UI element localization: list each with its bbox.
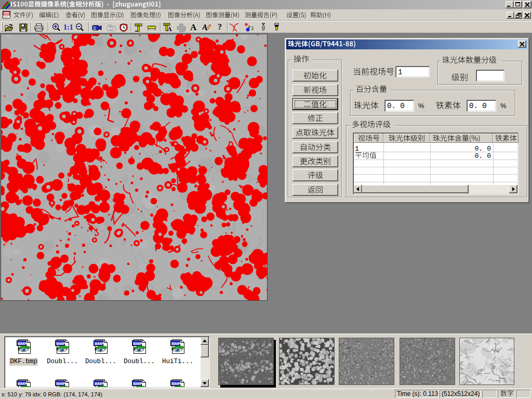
svg-text:DOC: DOC — [4, 12, 10, 15]
svg-text:BMP: BMP — [133, 341, 142, 346]
svg-text:BMP: BMP — [95, 341, 104, 346]
svg-text:BMP: BMP — [18, 341, 27, 346]
svg-text:BMP: BMP — [18, 381, 27, 386]
svg-text:BMP: BMP — [171, 381, 181, 386]
svg-text:BMP: BMP — [133, 381, 142, 386]
svg-text:3: 3 — [251, 25, 254, 31]
svg-text:A: A — [167, 25, 172, 32]
svg-text:BMP: BMP — [56, 381, 65, 386]
svg-text:BMP: BMP — [95, 381, 104, 386]
svg-text:BMP: BMP — [171, 341, 181, 346]
svg-text:BMP: BMP — [56, 341, 65, 346]
